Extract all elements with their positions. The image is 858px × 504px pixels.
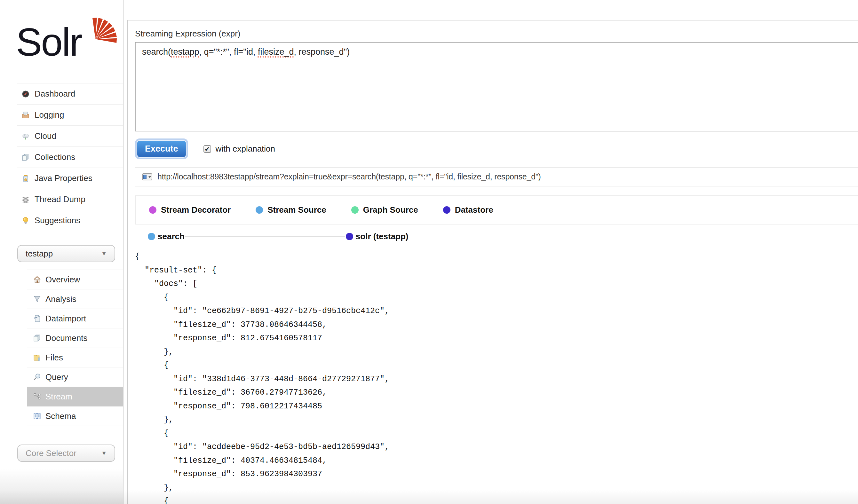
stream-icon xyxy=(33,393,41,401)
core-item-schema[interactable]: Schema xyxy=(27,406,123,426)
graph-edge xyxy=(185,236,345,237)
sidebar-item-label: Cloud xyxy=(34,131,56,141)
with-explanation-label: with explanation xyxy=(216,144,275,154)
core-dropdown-value: testapp xyxy=(26,249,53,259)
sidebar-item-label: Thread Dump xyxy=(34,194,85,204)
execute-button-focus-ring: Execute xyxy=(135,139,188,159)
checkmark-icon: ✔ xyxy=(204,145,210,153)
sidebar-bottom-gradient xyxy=(0,469,123,504)
sidebar-item-label: Dashboard xyxy=(34,89,75,99)
sidebar-item-label: Collections xyxy=(34,152,75,162)
core-item-dataimport[interactable]: Dataimport xyxy=(27,309,123,328)
stream-panel: Streaming Expression (expr) search(testa… xyxy=(127,20,858,504)
graph-source-dot-icon xyxy=(351,206,359,214)
sidebar-item-label: Java Properties xyxy=(34,173,93,183)
stream-legend: Stream Decorator Stream Source Graph Sou… xyxy=(135,195,858,225)
legend-item-datastore: Datastore xyxy=(443,205,493,215)
core-item-label: Analysis xyxy=(45,294,77,304)
core-item-stream[interactable]: Stream xyxy=(27,387,123,406)
graph-node-solr-dot xyxy=(346,233,353,240)
sidebar-item-label: Suggestions xyxy=(34,215,80,226)
sidebar-item-label: Logging xyxy=(34,110,64,120)
suggestions-icon xyxy=(22,217,29,225)
collections-icon xyxy=(22,153,29,161)
schema-icon xyxy=(33,412,41,420)
controls-row: Execute ✔ with explanation xyxy=(135,139,858,159)
sidebar: Solr Dashboard Logging xyxy=(0,0,124,504)
core-item-label: Files xyxy=(45,353,63,363)
legend-item-stream-source: Stream Source xyxy=(256,205,326,215)
core-item-query[interactable]: Query xyxy=(27,368,123,387)
core-selector-dropdown[interactable]: Core Selector ▼ xyxy=(17,444,115,462)
graph-node-search-dot xyxy=(148,233,155,240)
main-menu: Dashboard Logging Cloud Collections Java… xyxy=(0,83,123,231)
overview-icon xyxy=(33,276,41,283)
core-item-label: Schema xyxy=(45,411,76,421)
expression-label: Streaming Expression (expr) xyxy=(135,29,858,39)
core-item-overview[interactable]: Overview xyxy=(27,270,123,289)
expression-input[interactable]: search(testapp, q="*:*", fl="id, filesiz… xyxy=(135,42,858,131)
with-explanation-checkbox-wrap[interactable]: ✔ with explanation xyxy=(204,144,275,154)
core-item-label: Query xyxy=(45,372,68,382)
sidebar-item-collections[interactable]: Collections xyxy=(17,147,123,168)
logging-icon xyxy=(22,111,29,119)
documents-icon xyxy=(33,334,41,342)
stream-graph: search solr (testapp) xyxy=(135,226,858,247)
core-item-analysis[interactable]: Analysis xyxy=(27,289,123,309)
core-menu: Overview Analysis Dataimport Documents F… xyxy=(0,270,123,426)
chevron-down-icon: ▼ xyxy=(101,450,107,457)
sidebar-item-thread-dump[interactable]: Thread Dump xyxy=(17,189,123,210)
sidebar-item-logging[interactable]: Logging xyxy=(17,104,123,126)
files-icon xyxy=(33,354,41,361)
misspelled-word: testapp xyxy=(171,47,199,56)
core-item-label: Overview xyxy=(45,275,80,284)
datastore-dot-icon xyxy=(443,206,450,214)
execute-button[interactable]: Execute xyxy=(137,140,187,158)
dataimport-icon xyxy=(33,315,41,322)
solr-logo-text: Solr xyxy=(16,20,82,64)
misspelled-word: filesize_d xyxy=(258,47,294,56)
query-icon xyxy=(33,373,41,381)
stream-decorator-dot-icon xyxy=(149,206,156,214)
chevron-down-icon: ▼ xyxy=(101,250,107,257)
core-dropdown[interactable]: testapp ▼ xyxy=(17,245,115,262)
sidebar-item-java-properties[interactable]: Java Properties xyxy=(17,168,123,189)
core-selector-placeholder: Core Selector xyxy=(26,448,77,458)
with-explanation-checkbox[interactable]: ✔ xyxy=(204,145,211,153)
cloud-icon xyxy=(22,132,29,140)
expression-text: search(testapp, q="*:*", fl="id, filesiz… xyxy=(142,47,350,56)
sidebar-item-cloud[interactable]: Cloud xyxy=(17,126,123,147)
url-icon xyxy=(142,173,152,181)
dashboard-icon xyxy=(22,90,29,98)
core-item-label: Documents xyxy=(45,333,88,343)
core-item-documents[interactable]: Documents xyxy=(27,328,123,348)
core-item-files[interactable]: Files xyxy=(27,348,123,368)
legend-item-stream-decorator: Stream Decorator xyxy=(149,205,231,215)
solr-logo[interactable]: Solr xyxy=(16,17,112,74)
request-url-row[interactable]: http://localhost:8983testapp/stream?expl… xyxy=(135,167,858,186)
result-json: { "result-set": { "docs": [ { "id": "ce6… xyxy=(135,250,858,504)
core-item-label: Dataimport xyxy=(45,314,86,324)
solr-sunburst-icon xyxy=(86,12,120,47)
sidebar-item-dashboard[interactable]: Dashboard xyxy=(17,83,123,104)
java-properties-icon xyxy=(22,175,29,182)
legend-item-graph-source: Graph Source xyxy=(351,205,418,215)
thread-dump-icon xyxy=(22,196,29,204)
sidebar-item-suggestions[interactable]: Suggestions xyxy=(17,210,123,231)
stream-source-dot-icon xyxy=(256,206,263,214)
graph-node-solr-label: solr (testapp) xyxy=(356,231,409,241)
analysis-icon xyxy=(33,295,41,303)
core-item-label: Stream xyxy=(45,392,72,402)
graph-node-search-label: search xyxy=(158,231,185,241)
request-url: http://localhost:8983testapp/stream?expl… xyxy=(157,172,541,181)
